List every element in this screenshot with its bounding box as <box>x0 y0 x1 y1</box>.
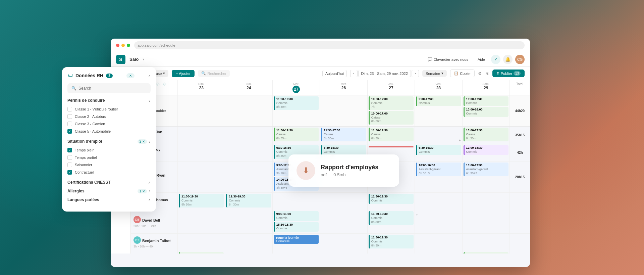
checkbox-classe1[interactable] <box>67 107 72 111</box>
view-selector[interactable]: Semaine ▾ <box>422 70 447 77</box>
header-lun24: Lun. 24 <box>225 80 272 95</box>
shift-emma-sam[interactable]: 10:00-17:30 Caisse 8h 30m <box>463 127 510 144</box>
shift-allday[interactable]: Toute la journée 5 Vacances <box>274 235 319 244</box>
checkbox-plein[interactable] <box>67 148 72 152</box>
header-jeu27: Jeu. 27 <box>368 80 415 95</box>
shift-jacob-jeu[interactable]: 11:30-19:30 Commis <box>368 193 415 210</box>
dot-yellow[interactable] <box>121 44 125 47</box>
shift-block[interactable]: 10:00-17:30 Caisse 8h 30m <box>464 128 508 141</box>
next-week-button[interactable]: › <box>412 70 419 77</box>
total-sarah: 42h <box>510 144 530 161</box>
emploi-section-title: Situation d'emploi <box>67 139 102 144</box>
checkbox-classe5[interactable] <box>67 129 72 134</box>
allergies-section-header[interactable]: Allergies 1 ✕ ∧ <box>67 189 151 193</box>
shift-block[interactable]: 11:30-19:30 Caisse 8h 30m <box>369 128 414 141</box>
quarts-shift-mar[interactable]: 11:30-19:30 Commis 8h 30m <box>274 96 319 110</box>
shift-block[interactable]: 11:30-19:30 Commis 8h 30m <box>369 211 414 225</box>
shift-block[interactable]: 10:00-17:30 Assistant-gérant 6h 30+3 <box>464 163 508 176</box>
shift-block[interactable]: 11:30-19:30 Commis <box>369 194 414 203</box>
checkbox-classe3[interactable] <box>67 122 72 126</box>
filter-search-bar[interactable]: 🔍 <box>67 83 151 93</box>
quarts-shift-jeu2[interactable]: 10:00-17:00 Caisse 8h 50m <box>369 111 414 125</box>
shift-block[interactable]: 15:30-18:30 Commis <box>274 222 319 232</box>
shift-samuel-ven[interactable]: 10:00-16:00 Assistant-gérant 6h 30+3 <box>415 162 462 192</box>
checkbox-saisonnier[interactable] <box>67 163 72 167</box>
filter-option-partiel: Temps partiel <box>67 154 151 161</box>
shift-block[interactable]: 11:30-19:30 Commis 8h 30m <box>226 194 271 208</box>
copy-button[interactable]: 📋 Copier <box>450 70 474 77</box>
emploi-section-header[interactable]: Situation d'emploi 2 ✕ ∨ <box>67 139 151 144</box>
checkbox-classe2[interactable] <box>67 114 72 119</box>
search-placeholder: Rechercher <box>207 72 226 76</box>
shift-jacob-sam <box>463 193 510 210</box>
filter-section-emploi: Situation d'emploi 2 ✕ ∨ Temps plein Tem… <box>67 139 151 176</box>
quarts-shift-ven[interactable]: 9:00-17:30 Commis <box>416 96 461 106</box>
emp-info-david: DB David Bell 28h • 10h — 24h <box>131 210 178 233</box>
permis-section-header[interactable]: Permis de conduire ∨ <box>67 98 151 103</box>
filter-collapse-icon[interactable]: ∧ <box>148 74 151 78</box>
total-julia: 20h15 <box>510 251 530 254</box>
filter-panel: 🏷 Données RH 3 ✕ ∧ 🔍 Permis de conduire … <box>62 67 156 212</box>
shift-julia-sam[interactable]: 11:30-19:30 Caisse 8h 30m <box>463 251 510 254</box>
user-avatar[interactable]: CG <box>515 55 525 64</box>
shift-julia-dim[interactable]: 11:30-19:30 Caisse 8h 30m <box>178 251 225 254</box>
allergies-section-title: Allergies <box>67 189 85 193</box>
dot-green[interactable] <box>127 44 130 47</box>
add-hint[interactable]: + <box>416 213 418 217</box>
dot-red[interactable] <box>116 44 119 47</box>
quarts-row: ☰ Quarts à combler 11:30-19:30 Commis 8h… <box>131 95 530 127</box>
add-button[interactable]: + Ajouter <box>172 70 195 77</box>
shift-sarah-sam[interactable]: 12:00-18:30 Commis <box>463 144 510 161</box>
browser-url[interactable]: app.saio.com/schedule <box>134 41 525 49</box>
search-bar[interactable]: 🔍 Rechercher <box>198 70 230 77</box>
shift-david-mar[interactable]: 9:00-11:30 Commis 15:30-18:30 Commis <box>273 210 320 233</box>
next-icon: › <box>415 72 416 75</box>
print-icon[interactable]: 🖨 <box>485 71 489 76</box>
today-button[interactable]: Aujourd'hui <box>322 70 347 77</box>
help-button[interactable]: Aide <box>474 56 488 63</box>
shift-sarah-ven[interactable]: 6:30-15:30 Commis <box>415 144 462 161</box>
shift-benjamin-mar[interactable]: Toute la journée 5 Vacances <box>273 234 320 251</box>
shift-jacob-dim[interactable]: 11:30-19:30 Commis 8h 30m <box>178 193 225 210</box>
checkbox-contractuel[interactable] <box>67 170 72 175</box>
shift-emma-mar[interactable]: 11:30-19:30 Caisse 8h 35m <box>273 127 320 144</box>
chat-button[interactable]: 💬 Clavardier avec nous <box>424 56 472 63</box>
shift-emma-mer[interactable]: 11:30-17:30 Caisse 8h 55m <box>320 127 367 144</box>
publish-button[interactable]: ⬆ Publier 13 <box>492 70 525 77</box>
search-input[interactable] <box>78 86 147 91</box>
filter-section-langues: Langues parlées ∧ <box>67 197 151 202</box>
quarts-shift-sam2[interactable]: 10:00-16:00 Commis <box>464 107 508 117</box>
check-button[interactable]: ✓ <box>491 55 500 64</box>
date-range-display[interactable]: Dim, 23 - Sam, 29 nov. 2022 <box>358 70 411 77</box>
shift-block[interactable]: 11:30-17:30 Caisse 8h 55m <box>321 128 366 141</box>
shift-block[interactable]: 11:30-19:30 Caisse 8h 35m <box>274 128 319 141</box>
filter-close-button[interactable]: ✕ <box>126 73 135 78</box>
prev-week-button[interactable]: ‹ <box>350 70 358 77</box>
filter-section-allergies: Allergies 1 ✕ ∧ <box>67 189 151 193</box>
quarts-shift-jeu1[interactable]: 10:00-17:00 Commis 7h <box>369 96 414 110</box>
shift-block[interactable]: 11:30-19:30 Commis 8h 30m <box>369 235 414 248</box>
settings-icon[interactable]: ⚙ <box>478 71 482 76</box>
add-shift-icon[interactable]: + <box>459 139 461 142</box>
day-name-mar: Mar. <box>293 82 299 86</box>
shift-block[interactable]: 11:30-19:30 Caisse 8h 30m <box>179 252 224 254</box>
shift-block[interactable]: 11:30-19:30 Commis 8h 30m <box>179 194 224 208</box>
notification-bell[interactable]: 🔔 <box>503 55 513 64</box>
shift-benjamin-jeu[interactable]: 11:30-19:30 Commis 8h 30m <box>368 234 415 251</box>
allergies-count-badge: 1 ✕ <box>138 189 147 193</box>
quarts-shift-sam1[interactable]: 10:00-17:30 Commis <box>464 96 508 106</box>
shift-block[interactable]: 9:00-11:30 Commis <box>274 211 319 221</box>
shift-emma-jeu[interactable]: 11:30-19:30 Caisse 8h 30m <box>368 127 415 144</box>
checkbox-partiel[interactable] <box>67 155 72 160</box>
langues-section-header[interactable]: Langues parlées ∧ <box>67 197 151 202</box>
shift-david-jeu[interactable]: 11:30-19:30 Commis 8h 30m <box>368 210 415 233</box>
shift-block[interactable]: 10:00-16:00 Assistant-gérant 6h 30+3 <box>416 163 461 176</box>
shift-samuel-sam[interactable]: 10:00-17:30 Assistant-gérant 6h 30+3 <box>463 162 510 192</box>
shift-jacob-lun[interactable]: 11:30-19:30 Commis 8h 30m <box>225 193 272 210</box>
shift-block[interactable]: 6:30-15:30 Commis <box>416 145 461 155</box>
langues-chevron: ∧ <box>148 198 151 202</box>
shift-block[interactable]: 11:30-19:30 Caisse 8h 30m <box>464 252 508 254</box>
shift-block[interactable]: 12:00-18:30 Commis <box>464 145 508 155</box>
report-meta: pdf — 0.5mb <box>321 172 378 177</box>
cnesst-section-header[interactable]: Certifications CNESST ∧ <box>67 180 151 185</box>
